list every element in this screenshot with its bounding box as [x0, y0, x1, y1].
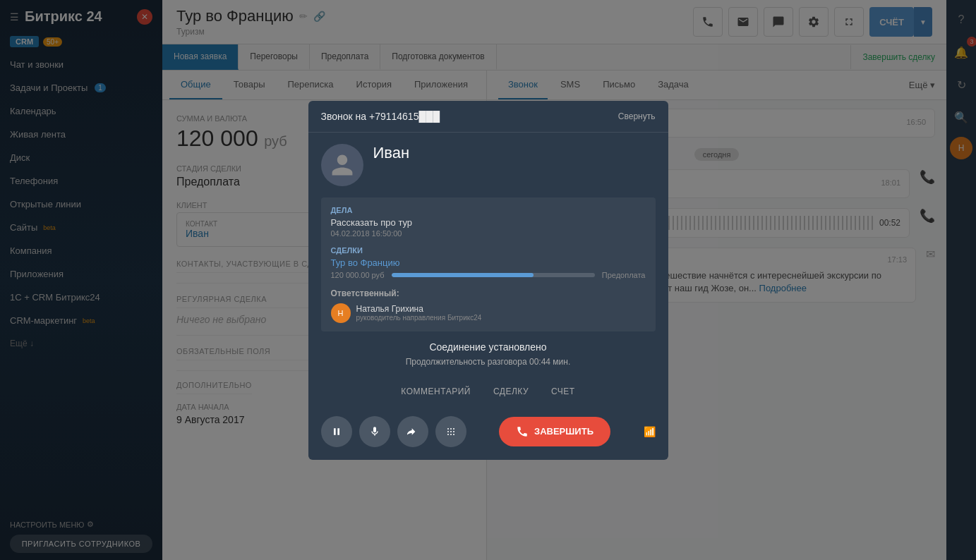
- responsible-label: Ответственный:: [331, 288, 399, 298]
- link-invoice-btn[interactable]: СЧЕТ: [543, 382, 584, 401]
- call-duration: Продолжительность разговора 00:44 мин.: [321, 357, 656, 367]
- sales-section-title: Сделки: [331, 246, 646, 255]
- responsible-section: Ответственный: Н Наталья Грихина руковод…: [331, 286, 646, 323]
- crm-deal-progress-row: 120 000.00 руб Предоплата: [331, 271, 646, 279]
- pause-button[interactable]: [321, 416, 352, 447]
- svg-point-0: [447, 428, 449, 430]
- crm-deal-name[interactable]: Тур во Францию: [331, 257, 400, 268]
- crm-deal-row: Тур во Францию: [331, 257, 646, 268]
- end-call-button[interactable]: ЗАВЕРШИТЬ: [499, 417, 610, 446]
- call-number: Звонок на +79114615███: [321, 111, 440, 122]
- caller-avatar: [321, 144, 363, 186]
- svg-point-8: [453, 434, 454, 435]
- deal-progress-bar: [392, 273, 595, 277]
- responsible-avatar: Н: [331, 303, 351, 323]
- call-modal: Звонок на +79114615███ Свернуть Иван Дел…: [308, 101, 668, 460]
- svg-point-4: [450, 431, 452, 432]
- call-modal-info: Иван: [308, 133, 668, 197]
- crm-info-panel: Дела Рассказать про тур 04.02.2018 16:50…: [321, 197, 656, 331]
- mic-button[interactable]: [359, 416, 390, 447]
- responsible-role: руководитель направления Битрикс24: [356, 314, 482, 322]
- svg-point-3: [447, 431, 449, 432]
- modal-overlay: Звонок на +79114615███ Свернуть Иван Дел…: [0, 0, 976, 560]
- crm-deal-amount: 120 000.00 руб: [331, 271, 385, 279]
- deal-title: Рассказать про тур: [331, 217, 646, 228]
- responsible-info: Н Наталья Грихина руководитель направлен…: [331, 303, 646, 323]
- svg-point-6: [447, 434, 449, 435]
- numpad-button[interactable]: [435, 416, 466, 447]
- call-btns-left: [321, 416, 466, 447]
- transfer-button[interactable]: [397, 416, 428, 447]
- deals-section-title: Дела: [331, 206, 646, 214]
- deal-date: 04.02.2018 16:50:00: [331, 229, 646, 238]
- svg-point-1: [450, 428, 452, 430]
- crm-deal-stage: Предоплата: [602, 271, 646, 279]
- link-deal-btn[interactable]: СДЕЛКУ: [485, 382, 537, 401]
- deal-progress-fill: [392, 273, 534, 277]
- caller-name: Иван: [373, 144, 410, 162]
- call-controls: ЗАВЕРШИТЬ 📶: [308, 406, 668, 460]
- svg-point-5: [453, 431, 454, 432]
- signal-icon: 📶: [644, 426, 656, 437]
- responsible-details: Наталья Грихина руководитель направления…: [356, 304, 482, 322]
- svg-point-2: [453, 428, 454, 430]
- call-status-area: Соединение установлено Продолжительность…: [308, 331, 668, 377]
- call-modal-header: Звонок на +79114615███ Свернуть: [308, 101, 668, 133]
- call-link-tabs: КОММЕНТАРИЙ СДЕЛКУ СЧЕТ: [321, 382, 656, 401]
- responsible-name: Наталья Грихина: [356, 304, 482, 314]
- link-comment-btn[interactable]: КОММЕНТАРИЙ: [392, 382, 479, 401]
- collapse-button[interactable]: Свернуть: [618, 111, 656, 121]
- connection-status: Соединение установлено: [321, 341, 656, 353]
- caller-info: Иван: [373, 144, 410, 168]
- svg-point-7: [450, 434, 452, 435]
